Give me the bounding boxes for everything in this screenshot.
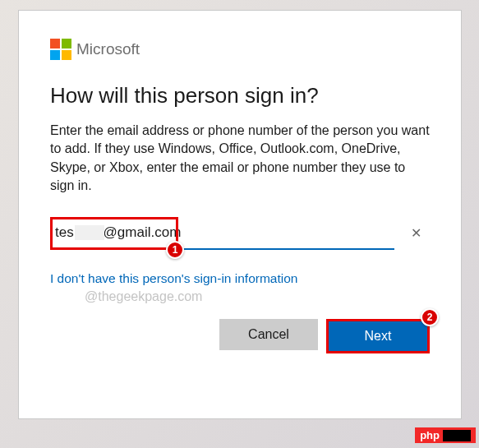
dialog-heading: How will this person sign in? (50, 83, 430, 109)
next-button-wrapper: Next 2 (326, 319, 430, 353)
source-badge: php (415, 427, 476, 443)
dialog-description: Enter the email address or phone number … (50, 122, 430, 196)
brand-row: Microsoft (50, 39, 430, 60)
microsoft-logo-icon (50, 39, 71, 60)
next-button[interactable]: Next (326, 319, 430, 353)
cancel-button[interactable]: Cancel (219, 319, 318, 350)
brand-name: Microsoft (76, 40, 140, 58)
no-signin-info-link[interactable]: I don't have this person's sign-in infor… (50, 271, 297, 286)
button-row: Cancel Next 2 (50, 319, 430, 353)
watermark-text: @thegeekpage.com (85, 289, 430, 304)
add-user-dialog: Microsoft How will this person sign in? … (18, 10, 462, 419)
clear-input-icon[interactable]: ✕ (411, 225, 421, 241)
badge-black-box (443, 430, 471, 441)
email-input[interactable] (50, 217, 394, 250)
email-input-wrapper: ✕ 1 (50, 217, 430, 250)
badge-text: php (420, 429, 440, 441)
